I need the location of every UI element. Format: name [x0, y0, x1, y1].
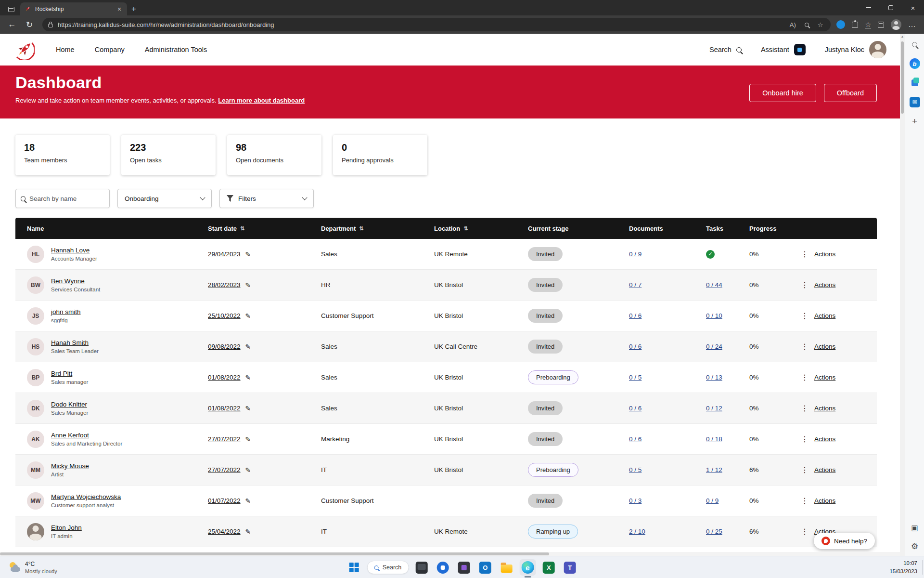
browser-menu-icon[interactable]: …: [908, 20, 916, 29]
horizontal-scrollbar-thumb[interactable]: [0, 552, 549, 555]
app-icon-file-explorer[interactable]: [498, 559, 514, 576]
new-tab-button[interactable]: +: [127, 3, 141, 15]
kebab-icon[interactable]: ⋮: [800, 342, 809, 351]
offboard-button[interactable]: Offboard: [824, 84, 877, 102]
edit-date-icon[interactable]: ✎: [245, 497, 251, 505]
employee-name-link[interactable]: Dodo Knitter: [51, 401, 87, 408]
kebab-icon[interactable]: ⋮: [800, 465, 809, 474]
nav-home[interactable]: Home: [56, 46, 75, 53]
horizontal-scrollbar[interactable]: [0, 552, 900, 556]
start-date-link[interactable]: 25/10/2022: [208, 312, 241, 319]
collections-icon[interactable]: [878, 22, 884, 28]
sort-icon[interactable]: ⇅: [240, 225, 244, 232]
employee-name-link[interactable]: Brd Pitt: [51, 370, 72, 377]
tasks-link[interactable]: 0 / 25: [706, 528, 722, 535]
assistant-button[interactable]: Assistant: [761, 44, 806, 55]
tasks-link[interactable]: 0 / 9: [706, 497, 719, 504]
stat-card-open-documents[interactable]: 98 Open documents: [227, 135, 321, 175]
employee-name-link[interactable]: Hannah Love: [51, 247, 90, 254]
column-header-department[interactable]: Department⇅: [321, 225, 434, 232]
start-date-link[interactable]: 01/08/2022: [208, 405, 241, 412]
actions-link[interactable]: Actions: [814, 497, 835, 504]
show-desktop-button[interactable]: [922, 560, 924, 575]
taskbar-search[interactable]: Search: [367, 561, 409, 574]
app-icon-camera[interactable]: [435, 559, 451, 576]
tab-search-menu-button[interactable]: [4, 3, 18, 15]
edit-date-icon[interactable]: ✎: [245, 250, 251, 258]
scroll-up-icon[interactable]: ▲: [900, 35, 905, 38]
nav-administration-tools[interactable]: Administration Tools: [145, 46, 207, 53]
employee-name-link[interactable]: Ben Wynne: [51, 277, 85, 285]
start-button[interactable]: [346, 559, 362, 576]
documents-link[interactable]: 0 / 6: [629, 435, 642, 443]
address-bar[interactable]: https://training.kallidus-suite.com/hr/n…: [42, 18, 831, 31]
tasks-link[interactable]: 0 / 13: [706, 374, 722, 381]
employee-name-link[interactable]: Anne Kerfoot: [51, 432, 89, 439]
stat-card-pending-approvals[interactable]: 0 Pending approvals: [333, 135, 427, 175]
onboard-hire-button[interactable]: Onboard hire: [749, 84, 816, 102]
minimize-button[interactable]: [858, 0, 880, 15]
settings-gear-icon[interactable]: ⚙: [909, 540, 921, 552]
column-header-start-date[interactable]: Start date⇅: [208, 225, 321, 232]
edit-date-icon[interactable]: ✎: [245, 405, 251, 412]
close-window-button[interactable]: ×: [902, 0, 924, 15]
view-dropdown[interactable]: Onboarding: [117, 189, 212, 208]
kebab-icon[interactable]: ⋮: [800, 311, 809, 320]
documents-link[interactable]: 0 / 5: [629, 374, 642, 381]
documents-link[interactable]: 0 / 6: [629, 312, 642, 319]
start-date-link[interactable]: 27/07/2022: [208, 435, 241, 443]
weather-widget[interactable]: 4°C Mostly cloudy: [5, 556, 61, 578]
maximize-button[interactable]: [880, 0, 902, 15]
user-menu[interactable]: Justyna Kloc: [825, 41, 886, 58]
actions-link[interactable]: Actions: [814, 250, 835, 258]
sort-icon[interactable]: ⇅: [463, 225, 468, 232]
tasks-link[interactable]: 0 / 12: [706, 405, 722, 412]
sidebar-outlook-icon[interactable]: ✉: [909, 96, 921, 108]
browser-profile-icon[interactable]: [891, 19, 901, 30]
user-avatar[interactable]: [869, 41, 886, 58]
app-icon-media[interactable]: [456, 559, 472, 576]
back-button[interactable]: ←: [5, 18, 19, 31]
app-icon-excel[interactable]: X: [540, 559, 557, 576]
start-date-link[interactable]: 27/07/2022: [208, 466, 241, 473]
nav-company[interactable]: Company: [95, 46, 125, 53]
vertical-scrollbar[interactable]: ▲: [900, 34, 905, 556]
kebab-icon[interactable]: ⋮: [800, 373, 809, 382]
extensions-puzzle-icon[interactable]: [852, 22, 858, 28]
employee-name-link[interactable]: john smith: [51, 308, 81, 315]
documents-link[interactable]: 0 / 6: [629, 405, 642, 412]
actions-link[interactable]: Actions: [814, 435, 835, 443]
name-search-box[interactable]: [15, 189, 110, 208]
microsoft365-icon[interactable]: [909, 77, 921, 89]
edit-date-icon[interactable]: ✎: [245, 312, 251, 320]
documents-link[interactable]: 0 / 5: [629, 466, 642, 473]
documents-link[interactable]: 0 / 6: [629, 343, 642, 350]
app-icon-terminal[interactable]: [413, 559, 430, 576]
stat-card-open-tasks[interactable]: 223 Open tasks: [121, 135, 216, 175]
zoom-icon[interactable]: [803, 21, 811, 28]
rocketship-logo[interactable]: [13, 39, 35, 60]
stat-card-team-members[interactable]: 18 Team members: [15, 135, 110, 175]
url-text[interactable]: https://training.kallidus-suite.com/hr/n…: [58, 21, 783, 28]
actions-link[interactable]: Actions: [814, 405, 835, 412]
need-help-button[interactable]: Need help?: [814, 533, 875, 549]
browser-tab[interactable]: Rocketship ×: [20, 2, 127, 15]
edit-date-icon[interactable]: ✎: [245, 343, 251, 351]
actions-link[interactable]: Actions: [814, 466, 835, 473]
tasks-link[interactable]: 0 / 18: [706, 435, 722, 443]
tasks-link[interactable]: 0 / 10: [706, 312, 722, 319]
documents-link[interactable]: 0 / 3: [629, 497, 642, 504]
column-header-location[interactable]: Location⇅: [434, 225, 528, 232]
actions-link[interactable]: Actions: [814, 343, 835, 350]
edit-date-icon[interactable]: ✎: [245, 374, 251, 381]
header-search-button[interactable]: Search: [709, 46, 742, 53]
sidebar-panel-icon[interactable]: ▣: [909, 522, 921, 534]
kebab-icon[interactable]: ⋮: [800, 434, 809, 444]
taskbar-clock[interactable]: 10:07 15/03/2023: [889, 556, 917, 578]
kebab-icon[interactable]: ⋮: [800, 250, 809, 259]
edit-date-icon[interactable]: ✎: [245, 281, 251, 289]
documents-link[interactable]: 2 / 10: [629, 528, 645, 535]
read-aloud-icon[interactable]: A): [788, 21, 798, 28]
actions-link[interactable]: Actions: [814, 312, 835, 319]
tasks-link[interactable]: 0 / 24: [706, 343, 722, 350]
